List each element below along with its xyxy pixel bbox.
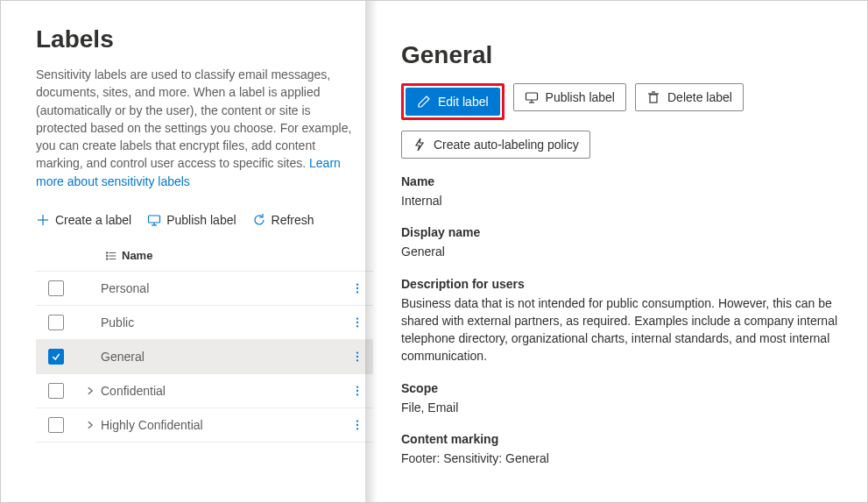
svg-point-10 — [106, 258, 107, 259]
chevron-right-icon[interactable] — [85, 420, 95, 430]
svg-point-18 — [356, 356, 358, 358]
table-row[interactable]: Personal — [36, 272, 373, 306]
svg-point-16 — [356, 325, 358, 327]
svg-point-12 — [356, 287, 358, 289]
table-row[interactable]: Confidential — [36, 374, 373, 408]
section-value: Business data that is not intended for p… — [401, 294, 839, 365]
row-more-button[interactable] — [347, 282, 368, 294]
svg-point-17 — [356, 352, 358, 354]
labels-panel: Labels Sensitivity labels are used to cl… — [1, 1, 373, 502]
auto-labeling-text: Create auto-labeling policy — [434, 138, 579, 152]
section-title: Content marking — [401, 432, 839, 446]
page-title: Labels — [36, 25, 373, 53]
table-row[interactable]: General — [36, 340, 373, 374]
detail-actions: Edit label Publish label Delete label — [401, 83, 839, 120]
detail-section: NameInternal — [401, 174, 839, 209]
refresh-text: Refresh — [272, 213, 314, 227]
row-checkbox[interactable] — [48, 417, 64, 433]
row-more-button[interactable] — [347, 351, 368, 363]
edit-label-button[interactable]: Edit label — [406, 88, 500, 116]
svg-point-24 — [356, 424, 358, 426]
publish-label-button-detail[interactable]: Publish label — [513, 83, 626, 111]
svg-point-13 — [356, 291, 358, 293]
detail-section: ScopeFile, Email — [401, 381, 839, 416]
create-label-button[interactable]: Create a label — [36, 213, 131, 227]
svg-point-22 — [356, 393, 358, 395]
more-vertical-icon — [351, 351, 363, 363]
intro-prefix: Sensitivity labels are used to classify … — [36, 67, 351, 170]
detail-section: Content markingFooter: Sensitivity: Gene… — [401, 432, 839, 467]
section-value: General — [401, 243, 839, 260]
svg-point-20 — [356, 386, 358, 388]
publish-label-text: Publish label — [166, 213, 236, 227]
monitor-icon — [147, 213, 161, 227]
svg-point-9 — [106, 255, 107, 256]
detail-section: Description for usersBusiness data that … — [401, 277, 839, 365]
section-title: Description for users — [401, 277, 839, 291]
svg-point-21 — [356, 390, 358, 392]
row-name: Highly Confidential — [101, 418, 347, 432]
svg-point-8 — [106, 252, 107, 252]
row-name: General — [101, 350, 347, 364]
detail-panel: General Edit label Publish label Delete … — [373, 1, 867, 502]
publish-label-text-detail: Publish label — [546, 90, 615, 104]
row-checkbox[interactable] — [48, 383, 64, 399]
refresh-button[interactable]: Refresh — [252, 213, 314, 227]
section-title: Scope — [401, 381, 839, 395]
create-label-text: Create a label — [55, 213, 131, 227]
publish-label-button[interactable]: Publish label — [147, 213, 236, 227]
table-row[interactable]: Highly Confidential — [36, 408, 373, 443]
svg-rect-26 — [526, 93, 537, 100]
row-name: Personal — [101, 281, 347, 295]
svg-point-19 — [356, 359, 358, 361]
list-icon — [105, 250, 117, 262]
row-more-button[interactable] — [347, 385, 368, 397]
svg-point-25 — [356, 428, 358, 429]
svg-rect-2 — [149, 216, 160, 223]
column-header-name[interactable]: Name — [122, 249, 373, 262]
detail-section: Display nameGeneral — [401, 225, 839, 260]
monitor-icon — [525, 90, 539, 104]
section-title: Display name — [401, 225, 839, 239]
plus-icon — [36, 213, 50, 227]
detail-actions-row2: Create auto-labeling policy — [401, 131, 839, 159]
detail-title: General — [401, 41, 839, 69]
svg-point-15 — [356, 322, 358, 323]
row-name: Public — [101, 315, 347, 329]
list-header: Name — [36, 240, 373, 272]
row-checkbox[interactable] — [48, 349, 64, 365]
row-checkbox[interactable] — [48, 280, 64, 296]
edit-highlight: Edit label — [401, 83, 505, 120]
trash-icon — [646, 90, 660, 104]
more-vertical-icon — [351, 282, 363, 294]
row-more-button[interactable] — [347, 419, 368, 431]
lightning-icon — [413, 138, 427, 152]
detail-sections: NameInternalDisplay nameGeneralDescripti… — [401, 174, 839, 467]
section-value: File, Email — [401, 399, 839, 416]
label-list: PersonalPublicGeneralConfidentialHighly … — [36, 272, 373, 443]
row-checkbox[interactable] — [48, 315, 64, 330]
chevron-right-icon[interactable] — [85, 386, 95, 396]
svg-point-23 — [356, 421, 358, 422]
svg-point-14 — [356, 318, 358, 320]
table-row[interactable]: Public — [36, 306, 373, 340]
section-title: Name — [401, 174, 839, 188]
more-vertical-icon — [351, 419, 363, 431]
row-name: Confidential — [101, 384, 347, 398]
section-value: Footer: Sensitivity: General — [401, 450, 839, 467]
edit-label-text: Edit label — [438, 95, 489, 109]
intro-text: Sensitivity labels are used to classify … — [36, 66, 373, 190]
more-vertical-icon — [351, 385, 363, 397]
command-bar: Create a label Publish label Refresh — [36, 208, 373, 240]
delete-label-button[interactable]: Delete label — [635, 83, 744, 111]
section-value: Internal — [401, 192, 839, 209]
auto-labeling-button[interactable]: Create auto-labeling policy — [401, 131, 590, 159]
pencil-icon — [417, 95, 431, 109]
refresh-icon — [252, 213, 266, 227]
more-vertical-icon — [351, 316, 363, 329]
svg-rect-29 — [650, 95, 657, 103]
delete-label-text: Delete label — [667, 90, 732, 104]
svg-point-11 — [356, 284, 358, 286]
row-more-button[interactable] — [347, 316, 368, 329]
